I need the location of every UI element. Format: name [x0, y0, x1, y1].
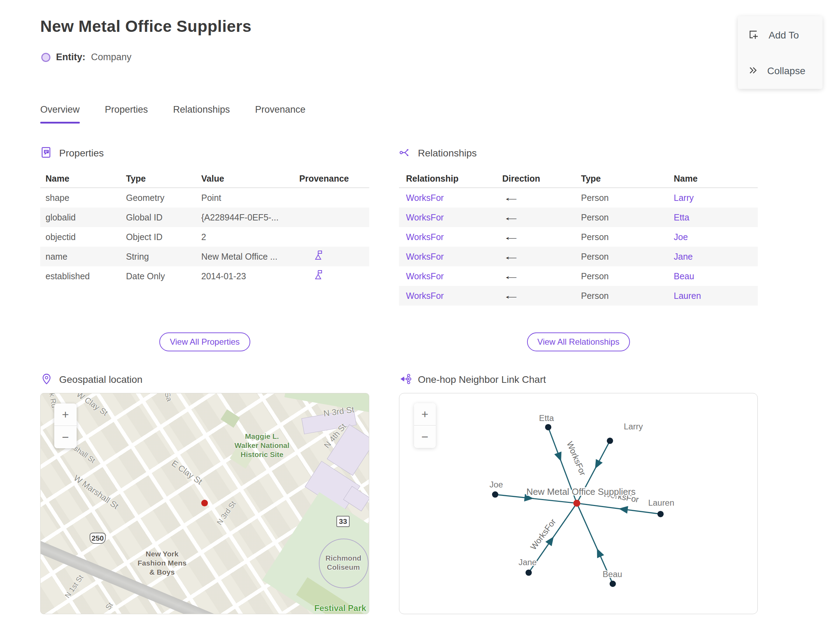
tab-provenance[interactable]: Provenance [255, 104, 305, 124]
zoom-in-button[interactable]: + [54, 404, 76, 426]
left-arrow-icon: ← [502, 212, 520, 223]
relationship-link[interactable]: WorksFor [399, 232, 495, 242]
chart-node-beau[interactable] [610, 580, 616, 587]
action-panel: Add To Collapse [738, 16, 822, 89]
zoom-out-button[interactable]: − [54, 426, 76, 448]
relationship-link[interactable]: WorksFor [399, 212, 495, 223]
right-column: Relationships Relationship Direction Typ… [399, 145, 758, 616]
entity-name-link[interactable]: Lauren [667, 291, 758, 301]
relationship-link[interactable]: WorksFor [399, 271, 495, 281]
street-label: N 3rd St [215, 500, 238, 527]
cell-type: Date Only [121, 271, 196, 281]
cell-direction: ← [495, 290, 574, 301]
landmark-label: New York Fashion Mens & Boys [132, 549, 192, 577]
map-zoom-control: + − [54, 404, 76, 448]
chart-node-label: Beau [603, 569, 622, 579]
landmark-line: Walker National [230, 441, 294, 450]
collapse-button[interactable]: Collapse [748, 63, 813, 79]
cell-direction: ← [495, 231, 574, 243]
geospatial-section-title: Geospatial location [59, 374, 142, 385]
chart-center-node[interactable] [573, 500, 580, 507]
cell-value: Point [196, 193, 294, 203]
zoom-in-button[interactable]: + [414, 403, 436, 426]
view-all-relationships-button[interactable]: View All Relationships [527, 332, 630, 351]
relationships-table-header: Relationship Direction Type Name [399, 170, 758, 188]
link-chart-icon [399, 373, 412, 387]
add-to-icon [748, 29, 759, 42]
tab-properties[interactable]: Properties [105, 104, 148, 124]
provenance-flag-icon[interactable] [294, 250, 369, 263]
table-row: WorksFor ← Person Lauren [399, 286, 758, 305]
col-header-name: Name [667, 173, 758, 184]
entity-name-link[interactable]: Beau [667, 271, 758, 281]
left-arrow-icon: ← [502, 251, 520, 262]
tab-overview[interactable]: Overview [40, 104, 80, 124]
col-header-type: Type [121, 173, 196, 184]
add-to-button[interactable]: Add To [748, 27, 813, 43]
tab-bar: Overview Properties Relationships Proven… [40, 104, 305, 124]
add-to-label: Add To [768, 30, 799, 41]
col-header-direction: Direction [495, 173, 574, 184]
landmark-label: Festival Park [314, 603, 366, 613]
relationships-section-header: Relationships [399, 145, 758, 161]
provenance-flag-icon[interactable] [294, 269, 369, 283]
landmark-line: Fashion Mens [132, 558, 192, 567]
chart-node-etta[interactable] [545, 424, 551, 431]
edge-arrow-icon [619, 506, 628, 514]
cell-value: New Metal Office ... [196, 252, 294, 262]
relationship-link[interactable]: WorksFor [399, 193, 495, 203]
cell-type: Person [574, 212, 667, 223]
cell-type: Person [574, 291, 667, 301]
relationships-icon [399, 146, 412, 160]
tab-relationships[interactable]: Relationships [173, 104, 230, 124]
left-arrow-icon: ← [502, 192, 520, 203]
landmark-line: Historic Site [230, 450, 294, 459]
cell-type: Person [574, 252, 667, 262]
cell-type: Person [574, 271, 667, 281]
entity-name-link[interactable]: Larry [667, 193, 758, 203]
left-column: Properties Name Type Value Provenance sh… [40, 145, 369, 616]
entity-type-icon [41, 53, 50, 62]
geospatial-map[interactable]: k Rd W Clay St Sa Marshall St W Marshall… [40, 393, 369, 614]
location-marker[interactable] [201, 500, 208, 506]
cell-direction: ← [495, 251, 574, 262]
chart-node-larry[interactable] [607, 438, 613, 444]
properties-table-body: shape Geometry Point globalid Global ID … [40, 188, 369, 286]
cell-name: name [40, 252, 121, 262]
relationship-link[interactable]: WorksFor [399, 291, 495, 301]
linkchart-section-header: One-hop Neighbor Link Chart [399, 372, 546, 388]
linkchart-section-title: One-hop Neighbor Link Chart [418, 374, 546, 385]
chart-node-joe[interactable] [492, 491, 498, 498]
landmark-line: Maggie L. [230, 432, 294, 441]
cell-value: 2014-01-23 [196, 271, 294, 281]
landmark-line: & Boys [132, 567, 192, 577]
chart-zoom-control: + − [414, 403, 436, 448]
entity-name-link[interactable]: Etta [667, 212, 758, 223]
cell-value: {A228944F-0EF5-... [196, 212, 294, 223]
entity-name-link[interactable]: Jane [667, 252, 758, 262]
table-row: WorksFor ← Person Joe [399, 227, 758, 247]
page-title: New Metal Office Suppliers [40, 17, 251, 36]
view-all-properties-button[interactable]: View All Properties [159, 332, 250, 351]
table-row: WorksFor ← Person Jane [399, 247, 758, 266]
cell-direction: ← [495, 270, 574, 282]
geospatial-section-header: Geospatial location [40, 372, 142, 388]
zoom-out-button[interactable]: − [414, 426, 436, 448]
properties-icon [40, 146, 53, 160]
cell-name: globalid [40, 212, 121, 223]
cell-name: shape [40, 193, 121, 203]
one-hop-link-chart[interactable]: WorksForWorksForWorksForEttaLarryJoeLaur… [399, 393, 758, 614]
edge-arrow-icon [554, 451, 562, 461]
relationship-link[interactable]: WorksFor [399, 252, 495, 262]
link-chart-canvas[interactable]: WorksForWorksForWorksForEttaLarryJoeLaur… [399, 393, 757, 614]
cell-type: Person [574, 232, 667, 242]
chart-node-jane[interactable] [525, 569, 531, 575]
chart-node-label: Etta [539, 413, 554, 423]
landmark-line: Coliseum [317, 563, 369, 572]
entity-name-link[interactable]: Joe [667, 232, 758, 242]
chart-node-lauren[interactable] [657, 511, 663, 517]
entity-label: Entity: [56, 52, 85, 63]
street-label: St [103, 601, 115, 611]
edge-arrow-icon [545, 536, 554, 546]
table-row: WorksFor ← Person Beau [399, 266, 758, 286]
